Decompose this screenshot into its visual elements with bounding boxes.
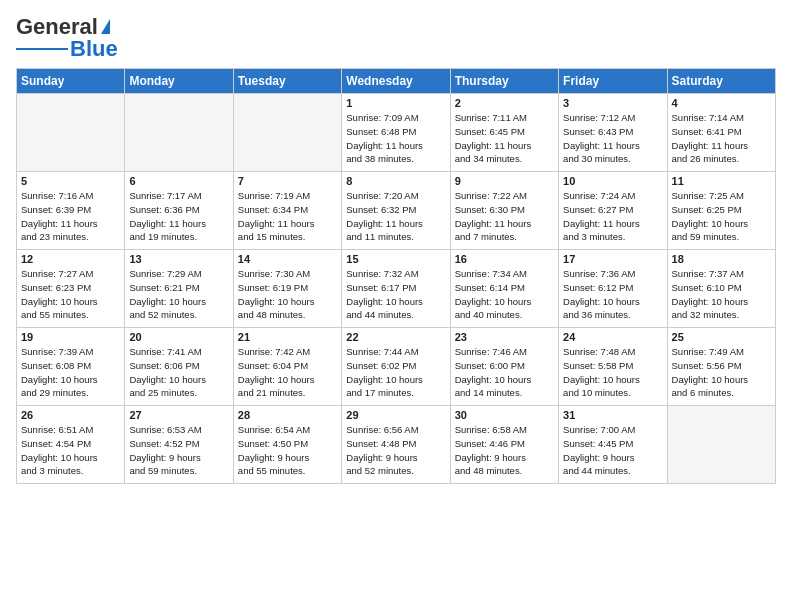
cell-line: and 32 minutes. — [672, 309, 740, 320]
cell-line: Sunrise: 7:19 AM — [238, 190, 310, 201]
calendar-cell: 16Sunrise: 7:34 AMSunset: 6:14 PMDayligh… — [450, 250, 558, 328]
day-number: 16 — [455, 253, 554, 265]
cell-line: Sunrise: 7:32 AM — [346, 268, 418, 279]
cell-line: Sunset: 4:45 PM — [563, 438, 633, 449]
cell-line: and 48 minutes. — [238, 309, 306, 320]
weekday-header-row: SundayMondayTuesdayWednesdayThursdayFrid… — [17, 69, 776, 94]
cell-line: Sunset: 6:27 PM — [563, 204, 633, 215]
cell-line: Sunset: 6:36 PM — [129, 204, 199, 215]
cell-content: Sunrise: 7:36 AMSunset: 6:12 PMDaylight:… — [563, 267, 662, 322]
cell-content: Sunrise: 7:17 AMSunset: 6:36 PMDaylight:… — [129, 189, 228, 244]
cell-content: Sunrise: 7:29 AMSunset: 6:21 PMDaylight:… — [129, 267, 228, 322]
day-number: 2 — [455, 97, 554, 109]
calendar-cell: 13Sunrise: 7:29 AMSunset: 6:21 PMDayligh… — [125, 250, 233, 328]
day-number: 9 — [455, 175, 554, 187]
cell-line: Daylight: 10 hours — [238, 296, 315, 307]
cell-line: and 17 minutes. — [346, 387, 414, 398]
cell-content: Sunrise: 7:34 AMSunset: 6:14 PMDaylight:… — [455, 267, 554, 322]
cell-line: Sunrise: 7:36 AM — [563, 268, 635, 279]
cell-line: Daylight: 10 hours — [563, 374, 640, 385]
cell-line: and 38 minutes. — [346, 153, 414, 164]
cell-line: Sunset: 6:04 PM — [238, 360, 308, 371]
cell-line: Daylight: 10 hours — [672, 218, 749, 229]
cell-line: and 44 minutes. — [346, 309, 414, 320]
calendar-cell: 17Sunrise: 7:36 AMSunset: 6:12 PMDayligh… — [559, 250, 667, 328]
weekday-header-thursday: Thursday — [450, 69, 558, 94]
cell-content: Sunrise: 7:44 AMSunset: 6:02 PMDaylight:… — [346, 345, 445, 400]
cell-line: Daylight: 11 hours — [21, 218, 98, 229]
cell-content: Sunrise: 7:49 AMSunset: 5:56 PMDaylight:… — [672, 345, 771, 400]
calendar-cell — [125, 94, 233, 172]
cell-line: Sunrise: 6:51 AM — [21, 424, 93, 435]
day-number: 22 — [346, 331, 445, 343]
day-number: 14 — [238, 253, 337, 265]
calendar-cell: 2Sunrise: 7:11 AMSunset: 6:45 PMDaylight… — [450, 94, 558, 172]
cell-line: Sunrise: 7:37 AM — [672, 268, 744, 279]
day-number: 17 — [563, 253, 662, 265]
calendar-cell: 7Sunrise: 7:19 AMSunset: 6:34 PMDaylight… — [233, 172, 341, 250]
cell-content: Sunrise: 7:11 AMSunset: 6:45 PMDaylight:… — [455, 111, 554, 166]
calendar-cell — [17, 94, 125, 172]
cell-content: Sunrise: 7:42 AMSunset: 6:04 PMDaylight:… — [238, 345, 337, 400]
cell-line: Daylight: 11 hours — [238, 218, 315, 229]
calendar-cell: 30Sunrise: 6:58 AMSunset: 4:46 PMDayligh… — [450, 406, 558, 484]
cell-line: Sunset: 6:41 PM — [672, 126, 742, 137]
day-number: 13 — [129, 253, 228, 265]
calendar-cell: 29Sunrise: 6:56 AMSunset: 4:48 PMDayligh… — [342, 406, 450, 484]
cell-content: Sunrise: 7:19 AMSunset: 6:34 PMDaylight:… — [238, 189, 337, 244]
calendar-cell: 23Sunrise: 7:46 AMSunset: 6:00 PMDayligh… — [450, 328, 558, 406]
day-number: 26 — [21, 409, 120, 421]
cell-line: Sunset: 6:10 PM — [672, 282, 742, 293]
cell-content: Sunrise: 7:37 AMSunset: 6:10 PMDaylight:… — [672, 267, 771, 322]
cell-content: Sunrise: 7:25 AMSunset: 6:25 PMDaylight:… — [672, 189, 771, 244]
calendar-cell: 19Sunrise: 7:39 AMSunset: 6:08 PMDayligh… — [17, 328, 125, 406]
cell-content: Sunrise: 7:32 AMSunset: 6:17 PMDaylight:… — [346, 267, 445, 322]
cell-content: Sunrise: 6:53 AMSunset: 4:52 PMDaylight:… — [129, 423, 228, 478]
cell-line: and 14 minutes. — [455, 387, 523, 398]
cell-line: Daylight: 9 hours — [129, 452, 200, 463]
cell-line: and 26 minutes. — [672, 153, 740, 164]
cell-line: Sunset: 4:54 PM — [21, 438, 91, 449]
weekday-header-wednesday: Wednesday — [342, 69, 450, 94]
cell-line: Daylight: 9 hours — [238, 452, 309, 463]
day-number: 7 — [238, 175, 337, 187]
cell-line: Sunrise: 7:12 AM — [563, 112, 635, 123]
calendar-cell: 26Sunrise: 6:51 AMSunset: 4:54 PMDayligh… — [17, 406, 125, 484]
cell-line: and 15 minutes. — [238, 231, 306, 242]
cell-content: Sunrise: 7:00 AMSunset: 4:45 PMDaylight:… — [563, 423, 662, 478]
calendar-cell: 4Sunrise: 7:14 AMSunset: 6:41 PMDaylight… — [667, 94, 775, 172]
cell-line: Sunrise: 7:42 AM — [238, 346, 310, 357]
cell-line: and 52 minutes. — [129, 309, 197, 320]
cell-line: and 34 minutes. — [455, 153, 523, 164]
cell-line: Daylight: 10 hours — [129, 374, 206, 385]
cell-line: Sunrise: 7:30 AM — [238, 268, 310, 279]
cell-line: Sunset: 6:30 PM — [455, 204, 525, 215]
cell-line: and 21 minutes. — [238, 387, 306, 398]
cell-line: Sunset: 6:02 PM — [346, 360, 416, 371]
cell-content: Sunrise: 7:30 AMSunset: 6:19 PMDaylight:… — [238, 267, 337, 322]
cell-line: Sunset: 5:58 PM — [563, 360, 633, 371]
week-row-4: 19Sunrise: 7:39 AMSunset: 6:08 PMDayligh… — [17, 328, 776, 406]
cell-line: and 55 minutes. — [238, 465, 306, 476]
cell-line: Daylight: 10 hours — [672, 374, 749, 385]
cell-line: Sunset: 6:32 PM — [346, 204, 416, 215]
cell-content: Sunrise: 7:09 AMSunset: 6:48 PMDaylight:… — [346, 111, 445, 166]
day-number: 21 — [238, 331, 337, 343]
calendar-cell — [233, 94, 341, 172]
cell-line: Daylight: 11 hours — [563, 140, 640, 151]
day-number: 30 — [455, 409, 554, 421]
cell-line: Daylight: 9 hours — [563, 452, 634, 463]
cell-line: Sunset: 6:34 PM — [238, 204, 308, 215]
logo: General Blue — [16, 14, 118, 62]
cell-line: Sunrise: 6:56 AM — [346, 424, 418, 435]
cell-line: Sunrise: 7:29 AM — [129, 268, 201, 279]
cell-content: Sunrise: 7:27 AMSunset: 6:23 PMDaylight:… — [21, 267, 120, 322]
cell-content: Sunrise: 6:56 AMSunset: 4:48 PMDaylight:… — [346, 423, 445, 478]
day-number: 23 — [455, 331, 554, 343]
cell-line: Sunrise: 6:58 AM — [455, 424, 527, 435]
cell-line: Sunrise: 7:09 AM — [346, 112, 418, 123]
cell-line: and 36 minutes. — [563, 309, 631, 320]
calendar-cell: 14Sunrise: 7:30 AMSunset: 6:19 PMDayligh… — [233, 250, 341, 328]
day-number: 1 — [346, 97, 445, 109]
cell-line: and 48 minutes. — [455, 465, 523, 476]
